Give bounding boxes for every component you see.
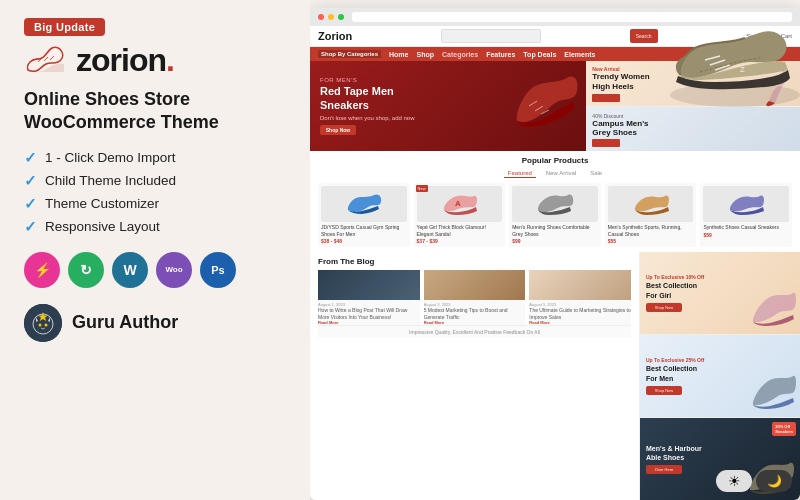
nav-item-deals[interactable]: Top Deals <box>523 51 556 58</box>
product-price: $38 - $48 <box>321 238 407 244</box>
feature-item: ✓ Theme Customizer <box>24 195 286 213</box>
check-icon-1: ✓ <box>24 149 37 167</box>
blog-section: From The Blog August 1, 2023 How to Writ… <box>310 252 640 500</box>
blog-image-2 <box>424 270 526 300</box>
author-badge-icon <box>24 304 62 342</box>
product-name: Men's Synthetic Sports, Running, Casual … <box>608 224 694 237</box>
blog-card[interactable]: August 1, 2023 How to Write a Blog Post … <box>318 270 420 325</box>
blog-image-1 <box>318 270 420 300</box>
wordpress-icon: W <box>112 252 148 288</box>
promo-section: Up To Exclusive 10% Off Best CollectionF… <box>640 252 800 500</box>
svg-text:Z: Z <box>740 65 745 74</box>
logo-text: zorion. <box>76 44 174 76</box>
hero-main: For Men's Red Tape MenSneakers Don't los… <box>310 61 586 151</box>
guarantee-section: Impressive Quality, Excellent And Positi… <box>318 325 631 338</box>
author-row: Guru Author <box>24 304 286 342</box>
promo-discount-1: Up To Exclusive 10% Off <box>646 274 794 280</box>
nav-item-elements[interactable]: Elements <box>564 51 595 58</box>
product-name: Synthetic Shoes Casual Sneakers <box>703 224 789 231</box>
promo-card-men[interactable]: Up To Exclusive 25% Off Best CollectionF… <box>640 335 800 418</box>
product-name: JD/YSD Sports Casual Gym Spring Shoes Fo… <box>321 224 407 237</box>
product-card[interactable]: JD/YSD Sports Casual Gym Spring Shoes Fo… <box>318 183 410 247</box>
browser-dot-yellow <box>328 14 334 20</box>
hero-shoe-illustration <box>507 66 582 141</box>
product-shoe-icon-4 <box>631 190 671 218</box>
product-image <box>703 186 789 222</box>
product-card[interactable]: Men's Synthetic Sports, Running, Casual … <box>605 183 697 247</box>
feature-item: ✓ Responsive Layout <box>24 218 286 236</box>
product-card[interactable]: New A Yepé Girl Thick Block Glamour! Ele… <box>414 183 506 247</box>
nav-item-shop[interactable]: Shop <box>416 51 434 58</box>
product-image <box>321 186 407 222</box>
blog-text: 5 Modest Marketing Tips to Boost and Gen… <box>424 307 526 320</box>
promo-shoe-girl <box>748 287 798 332</box>
feature-item: ✓ Child Theme Included <box>24 172 286 190</box>
elementor-icon: ⚡ <box>24 252 60 288</box>
bottom-section: From The Blog August 1, 2023 How to Writ… <box>310 252 800 500</box>
products-tab-new[interactable]: New Arrival <box>542 169 580 178</box>
hero-shop-button[interactable]: Shop Now <box>320 125 356 135</box>
product-shoe-icon-5 <box>726 190 766 218</box>
blog-read-more[interactable]: Read More <box>318 320 420 325</box>
promo-card-girl[interactable]: Up To Exclusive 10% Off Best CollectionF… <box>640 252 800 335</box>
blog-card[interactable]: August 5, 2023 The Ultimate Guide to Mar… <box>529 270 631 325</box>
product-price: $99 <box>512 238 598 244</box>
product-shoe-icon-2: A <box>439 190 479 218</box>
product-price: $37 - $39 <box>417 238 503 244</box>
nav-item-features[interactable]: Features <box>486 51 515 58</box>
products-tab-sale[interactable]: Sale <box>586 169 606 178</box>
product-price: $55 <box>608 238 694 244</box>
tagline: Online Shoes Store WooCommerce Theme <box>24 88 286 135</box>
svg-point-3 <box>45 323 48 326</box>
blog-text: The Ultimate Guide to Marketing Strategi… <box>529 307 631 320</box>
promo-shoe-men <box>748 370 798 415</box>
floating-shoe-svg: Z <box>650 0 800 120</box>
products-tab-featured[interactable]: Featured <box>504 169 536 178</box>
promo-discount-2: Up To Exclusive 25% Off <box>646 357 794 363</box>
light-mode-toggle[interactable]: ☀ <box>716 470 752 492</box>
author-label: Guru Author <box>72 312 178 333</box>
hero-side-bottom-title: Campus Men'sGrey Shoes <box>592 119 794 137</box>
product-image: A <box>417 186 503 222</box>
blog-image-3 <box>529 270 631 300</box>
tech-icons-row: ⚡ ↻ W Woo Ps <box>24 252 286 288</box>
site-search-bar[interactable] <box>441 29 541 43</box>
product-price: $59 <box>703 232 789 238</box>
blog-text: How to Write a Blog Post That Will Draw … <box>318 307 420 320</box>
woocommerce-icon: Woo <box>156 252 192 288</box>
promo-shop-button-3[interactable]: Over Here <box>646 465 682 474</box>
product-card[interactable]: Synthetic Shoes Casual Sneakers $59 <box>700 183 792 247</box>
product-badge: New <box>416 185 428 192</box>
check-icon-4: ✓ <box>24 218 37 236</box>
check-icon-2: ✓ <box>24 172 37 190</box>
browser-dot-green <box>338 14 344 20</box>
left-panel: Big Update zorion. Online Shoes Store Wo… <box>0 0 310 500</box>
products-grid: JD/YSD Sports Casual Gym Spring Shoes Fo… <box>318 183 792 247</box>
svg-point-2 <box>39 323 42 326</box>
feature-item: ✓ 1 - Click Demo Import <box>24 149 286 167</box>
check-icon-3: ✓ <box>24 195 37 213</box>
promo-shop-button-2[interactable]: Shop Now <box>646 386 682 395</box>
product-shoe-icon <box>344 190 384 218</box>
svg-text:A: A <box>455 199 461 208</box>
product-card[interactable]: Men's Running Shoes Comfortable Grey Sho… <box>509 183 601 247</box>
hero-side-shop-button[interactable] <box>592 94 620 102</box>
right-panel: Z Zorion Search Sign In My Cart <box>310 0 800 500</box>
refresh-icon: ↻ <box>68 252 104 288</box>
promo-shop-button-1[interactable]: Shop Now <box>646 303 682 312</box>
nav-item-categories2[interactable]: Categories <box>442 51 478 58</box>
dark-mode-toggle[interactable]: 🌙 <box>756 470 792 492</box>
blog-read-more[interactable]: Read More <box>529 320 631 325</box>
big-update-badge: Big Update <box>24 18 105 36</box>
products-section: Popular Products Featured New Arrival Sa… <box>310 151 800 252</box>
blog-card[interactable]: August 3, 2023 5 Modest Marketing Tips t… <box>424 270 526 325</box>
nav-item-home[interactable]: Home <box>389 51 408 58</box>
browser-dot-red <box>318 14 324 20</box>
guru-badge-svg <box>24 304 62 342</box>
product-name: Yepé Girl Thick Block Glamour! Elegant S… <box>417 224 503 237</box>
photoshop-icon: Ps <box>200 252 236 288</box>
nav-item-categories[interactable]: Shop By Categories <box>318 50 381 58</box>
blog-read-more[interactable]: Read More <box>424 320 526 325</box>
products-tabs: Featured New Arrival Sale <box>318 169 792 178</box>
hero-side-bottom-shop-button[interactable] <box>592 139 620 147</box>
